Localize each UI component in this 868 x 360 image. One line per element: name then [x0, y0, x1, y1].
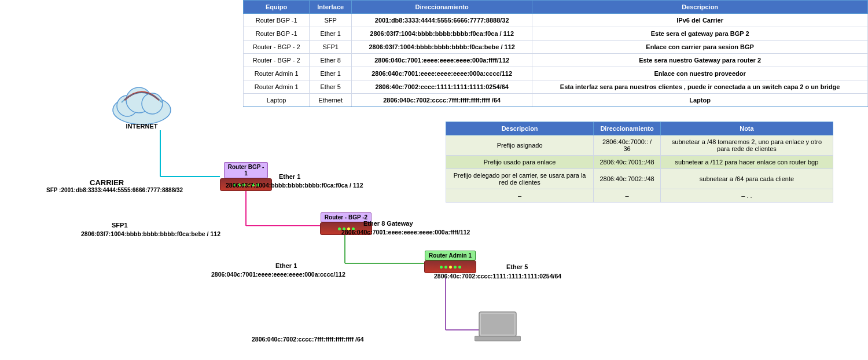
bgp1-ether1-label: Ether 1 — [279, 173, 300, 180]
svg-rect-14 — [475, 336, 521, 341]
router-bgp1-label: Router BGP -1 — [224, 162, 269, 178]
internet-cloud: INTERNET — [107, 78, 176, 130]
col-interface: Interface — [310, 1, 352, 14]
col-equipo: Equipo — [244, 1, 310, 14]
bgp2-ether8-addr: 2806:040c:7001:eeee:eeee:eeee:000a:ffff/… — [341, 229, 470, 236]
bgp2-sfp1-addr: 2806:03f7:1004:bbbb:bbbb:bbbb:f0ca:bebe … — [81, 230, 220, 237]
carrier-sfp-label: SFP :2001:db8:3333:4444:5555:6666:7777:8… — [46, 187, 183, 193]
table-row: ––– . . — [446, 189, 833, 203]
main-table-section: Equipo Interface Direccionamiento Descri… — [243, 0, 868, 107]
admin1-ether5-addr: 2806:40c:7002:cccc:1111:1111:1111:0254/6… — [434, 273, 561, 280]
lower-col-nota: Nota — [660, 122, 833, 135]
table-row: Prefijo usado para enlace2806:40c:7001::… — [446, 156, 833, 169]
table-row: Prefijo delegado por el carrier, se usar… — [446, 169, 833, 189]
router-admin1-label: Router Admin 1 — [425, 251, 476, 260]
bgp2-ether8-label: Ether 8 Gateway — [363, 220, 413, 227]
lower-table: Descripcion Direccionamiento Nota Prefij… — [446, 122, 833, 203]
lower-col-dir: Direccionamiento — [594, 122, 661, 135]
bgp2-sfp1-label: SFP1 — [112, 222, 128, 229]
laptop-addr: 2806:040c:7002:cccc:7fff:ffff:ffff:ffff … — [252, 336, 364, 343]
carrier-label: CARRIER — [90, 178, 124, 187]
admin1-ether1-label: Ether 1 — [275, 262, 297, 269]
admin1-ether5-label: Ether 5 — [506, 263, 528, 270]
col-direccionamiento: Direccionamiento — [352, 1, 532, 14]
lower-col-desc: Descripcion — [446, 122, 594, 135]
col-descripcion: Descripcion — [532, 1, 868, 14]
main-table: Equipo Interface Direccionamiento Descri… — [243, 0, 868, 107]
router-admin1-icon — [424, 260, 476, 273]
svg-rect-13 — [481, 314, 514, 335]
laptop — [475, 310, 521, 346]
admin1-ether1-addr: 2806:040c:7001:eeee:eeee:eeee:000a:cccc/… — [211, 271, 345, 278]
router-admin1: Router Admin 1 — [424, 251, 476, 273]
bgp1-ether1-addr: 2806:03f7:1004:bbbb:bbbb:bbbb:f0ca:f0ca … — [226, 182, 363, 189]
table-row: Prefijo asignado2806:40c:7000:: / 36subn… — [446, 135, 833, 156]
svg-point-11 — [142, 93, 163, 114]
